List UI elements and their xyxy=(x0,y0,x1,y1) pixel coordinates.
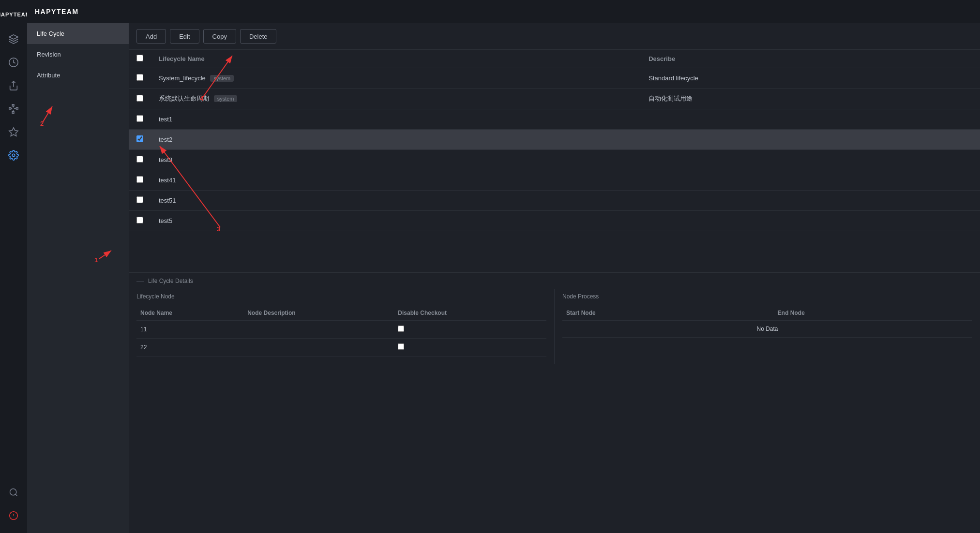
node-name-cell: 11 xyxy=(136,321,243,339)
node-panel-title: Lifecycle Node xyxy=(136,289,546,304)
row-checkbox[interactable] xyxy=(136,217,143,223)
lifecycle-node-panel: Lifecycle Node Node Name Node Descriptio… xyxy=(129,289,554,364)
col-start-node: Start Node xyxy=(562,306,774,321)
svg-marker-5 xyxy=(9,35,18,39)
app-name: HAPYTEAM xyxy=(35,8,79,15)
table-row-selected[interactable]: test2 xyxy=(129,130,980,150)
svg-rect-8 xyxy=(9,107,11,109)
share-icon[interactable] xyxy=(4,76,23,95)
table-row[interactable]: test5 xyxy=(129,211,980,231)
node-row[interactable]: 11 xyxy=(136,321,546,339)
network-icon[interactable] xyxy=(4,99,23,118)
sidebar: HAPYTEAM xyxy=(0,0,27,533)
process-panel-title: Node Process xyxy=(562,289,972,304)
lifecycle-table: Lifecycle Name Describe System_lifecycle… xyxy=(129,50,980,231)
select-all-checkbox[interactable] xyxy=(136,55,143,61)
col-end-node: End Node xyxy=(774,306,972,321)
col-lifecycle-name: Lifecycle Name xyxy=(151,50,641,68)
settings-icon[interactable] xyxy=(4,146,23,165)
svg-marker-16 xyxy=(9,128,18,136)
describe-cell: Standard lifecycle xyxy=(641,68,980,89)
svg-point-17 xyxy=(12,154,15,157)
disable-checkout-checkbox[interactable] xyxy=(398,343,404,350)
right-panel: Add Edit Copy Delete Lifecycle Name Desc… xyxy=(129,23,980,533)
row-checkbox[interactable] xyxy=(136,196,143,203)
node-desc-cell xyxy=(243,321,394,339)
lifecycle-details-section: Life Cycle Details Lifecycle Node Node N… xyxy=(129,272,980,364)
col-disable-checkout: Disable Checkout xyxy=(394,306,546,321)
table-row[interactable]: test1 xyxy=(129,109,980,130)
describe-cell xyxy=(641,191,980,211)
nav-lifecycle[interactable]: Life Cycle xyxy=(27,23,129,44)
add-button[interactable]: Add xyxy=(136,29,166,44)
describe-cell xyxy=(641,211,980,231)
row-checkbox[interactable] xyxy=(136,95,143,102)
main-content: HAPYTEAM Life Cycle Revision Attribute A… xyxy=(27,0,980,533)
row-checkbox[interactable] xyxy=(136,135,143,142)
disable-checkout-cell xyxy=(394,321,546,339)
describe-cell xyxy=(641,150,980,170)
lifecycle-name-cell: test51 xyxy=(151,191,641,211)
copy-button[interactable]: Copy xyxy=(203,29,236,44)
nav-panel: Life Cycle Revision Attribute xyxy=(27,23,129,533)
lifecycle-name-cell: test2 xyxy=(151,130,641,150)
svg-line-13 xyxy=(13,105,14,108)
nav-attribute[interactable]: Attribute xyxy=(27,65,129,86)
nav-revision[interactable]: Revision xyxy=(27,44,129,65)
search-icon[interactable] xyxy=(4,483,23,502)
col-describe: Describe xyxy=(641,50,980,68)
svg-rect-11 xyxy=(16,107,18,109)
lifecycle-name-cell: 系统默认生命周期 system xyxy=(151,89,641,109)
process-table: Start Node End Node No Data xyxy=(562,306,972,338)
node-table: Node Name Node Description Disable Check… xyxy=(136,306,546,356)
row-checkbox[interactable] xyxy=(136,115,143,122)
lifecycle-table-area: Lifecycle Name Describe System_lifecycle… xyxy=(129,50,980,272)
lifecycle-name-cell: test5 xyxy=(151,211,641,231)
edit-button[interactable]: Edit xyxy=(170,29,199,44)
content-area: Life Cycle Revision Attribute Add Edit C… xyxy=(27,23,980,533)
topbar: HAPYTEAM xyxy=(27,0,980,23)
star-icon[interactable] xyxy=(4,122,23,142)
table-row[interactable]: test51 xyxy=(129,191,980,211)
lifecycle-name-cell: test3 xyxy=(151,150,641,170)
describe-cell xyxy=(641,170,980,191)
svg-line-19 xyxy=(15,494,17,496)
node-process-panel: Node Process Start Node End Node xyxy=(554,289,980,364)
row-checkbox[interactable] xyxy=(136,74,143,81)
row-checkbox[interactable] xyxy=(136,176,143,183)
row-checkbox[interactable] xyxy=(136,156,143,163)
table-row[interactable]: 系统默认生命周期 system 自动化测试用途 xyxy=(129,89,980,109)
lifecycle-name-cell: test1 xyxy=(151,109,641,130)
delete-button[interactable]: Delete xyxy=(240,29,277,44)
detail-panels: Lifecycle Node Node Name Node Descriptio… xyxy=(129,289,980,364)
system-badge: system xyxy=(214,95,238,102)
alert-icon[interactable] xyxy=(4,506,23,525)
disable-checkout-checkbox[interactable] xyxy=(398,326,404,332)
describe-cell xyxy=(641,109,980,130)
section-title: Life Cycle Details xyxy=(129,273,980,289)
describe-cell xyxy=(641,130,980,150)
clock-icon[interactable] xyxy=(4,53,23,72)
system-badge: system xyxy=(210,75,234,82)
node-desc-cell xyxy=(243,339,394,356)
node-row[interactable]: 22 xyxy=(136,339,546,356)
lifecycle-name-cell: test41 xyxy=(151,170,641,191)
layers-icon[interactable] xyxy=(4,30,23,49)
toolbar: Add Edit Copy Delete xyxy=(129,23,980,50)
node-name-cell: 22 xyxy=(136,339,243,356)
col-node-desc: Node Description xyxy=(243,306,394,321)
svg-line-14 xyxy=(13,110,14,113)
disable-checkout-cell xyxy=(394,339,546,356)
table-row[interactable]: test41 xyxy=(129,170,980,191)
lifecycle-name-cell: System_lifecycle system xyxy=(151,68,641,89)
no-data-row: No Data xyxy=(562,321,972,338)
no-data-label: No Data xyxy=(562,321,972,338)
table-row[interactable]: test3 xyxy=(129,150,980,170)
col-node-name: Node Name xyxy=(136,306,243,321)
table-row[interactable]: System_lifecycle system Standard lifecyc… xyxy=(129,68,980,89)
describe-cell: 自动化测试用途 xyxy=(641,89,980,109)
svg-point-18 xyxy=(10,489,16,495)
